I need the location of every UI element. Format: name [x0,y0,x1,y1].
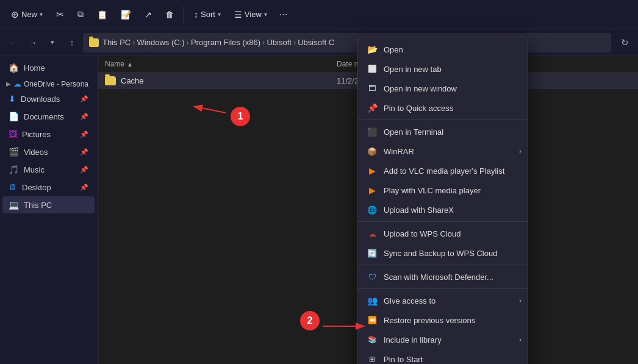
back-button[interactable]: ← [5,34,22,51]
ctx-sep-2 [358,221,528,222]
ctx-sharex-icon: 🌐 [367,204,378,215]
new-chevron: ▾ [40,11,43,18]
ctx-pin-quick[interactable]: 📌 Pin to Quick access [358,98,528,118]
file-name-label: Cache [121,76,144,85]
up-button[interactable]: ↑ [63,34,81,51]
ctx-vlc-playlist-label: Add to VLC media player's Playlist [384,166,519,176]
ctx-wps-cloud-icon: ☁ [367,228,378,239]
context-menu: 📂 Open ⬜ Open in new tab 🗔 Open in new w… [357,37,528,364]
sidebar-section-onedrive[interactable]: ▶ ☁ OneDrive - Persona [0,77,97,90]
sidebar-item-documents[interactable]: 📄 Documents 📌 [2,108,95,125]
ctx-terminal-label: Open in Terminal [384,127,519,137]
ctx-new-window-label: Open in new window [384,84,519,93]
ctx-terminal[interactable]: ⬛ Open in Terminal [358,122,528,141]
ctx-sep-1 [358,120,528,120]
ctx-sharex-label: Upload with ShareX [384,205,519,215]
paste-toolbar-button[interactable]: 📋 [91,6,113,23]
new-button[interactable]: ⊕ New ▾ [5,5,49,24]
documents-icon: 📄 [9,112,19,121]
ctx-open[interactable]: 📂 Open [358,40,528,59]
ctx-vlc-playlist[interactable]: ▶ Add to VLC media player's Playlist [358,161,528,180]
breadcrumb-folder-icon [89,38,99,47]
sidebar-thispc-label: This PC [24,201,52,210]
refresh-icon: ↻ [621,37,629,48]
ctx-give-access-arrow: › [519,296,522,305]
ctx-open-new-tab[interactable]: ⬜ Open in new tab [358,59,528,79]
sidebar-videos-label: Videos [24,148,48,157]
forward-button[interactable]: → [24,34,41,51]
view-icon: ☰ [234,10,242,20]
ctx-include-library[interactable]: 📚 Include in library › [358,330,528,349]
onedrive-icon: ☁ [13,79,21,88]
ctx-give-access-icon: 👥 [367,295,378,306]
ctx-restore-icon: ⏪ [367,315,378,326]
annotation-2: 2 [300,311,320,330]
ctx-tab-icon: ⬜ [367,63,378,74]
music-icon: 🎵 [9,165,19,174]
ctx-window-icon: 🗔 [367,83,378,94]
ctx-pin-start[interactable]: ⊞ Pin to Start [358,349,528,364]
sort-button[interactable]: ↕ Sort ▾ [188,6,227,23]
annotation-1-label: 1 [238,111,243,122]
up-icon: ↑ [70,38,74,48]
sidebar-item-thispc[interactable]: 💻 This PC [2,196,95,213]
share-toolbar-button[interactable]: ↗ [138,6,158,23]
sidebar-item-downloads[interactable]: ⬇ Downloads 📌 [2,90,95,107]
address-bar: ← → ▾ ↑ This PC › Windows (C:) › Program… [0,29,638,56]
sidebar-item-desktop[interactable]: 🖥 Desktop 📌 [2,179,95,196]
rename-toolbar-button[interactable]: 📝 [115,6,137,23]
col-name: Name ▲ [105,60,337,68]
ctx-open-icon: 📂 [367,44,378,55]
view-button[interactable]: ☰ View ▾ [228,6,273,23]
ctx-open-new-window[interactable]: 🗔 Open in new window [358,79,528,98]
dropdown-button[interactable]: ▾ [44,34,61,51]
sort-icon: ↕ [194,10,198,20]
paste-icon: 📋 [97,10,107,20]
sidebar-item-home[interactable]: 🏠 Home [2,59,95,76]
breadcrumb-thispc[interactable]: This PC [102,38,131,47]
back-icon: ← [9,38,18,48]
copy-icon: ⧉ [77,9,84,20]
ctx-wps-cloud[interactable]: ☁ Upload to WPS Cloud [358,224,528,243]
ctx-restore-versions[interactable]: ⏪ Restore previous versions [358,310,528,330]
breadcrumb-ubisoftc[interactable]: Ubsisoft C [298,38,334,47]
new-label: New [21,10,37,19]
more-button[interactable]: ··· [274,5,292,24]
ctx-vlc-play-icon: ▶ [367,185,378,196]
sidebar-documents-label: Documents [24,112,64,121]
sidebar-item-music[interactable]: 🎵 Music 📌 [2,161,95,178]
refresh-button[interactable]: ↻ [616,34,633,51]
ctx-give-access-label: Give access to [384,296,519,305]
dropdown-icon: ▾ [51,38,54,46]
sidebar-downloads-label: Downloads [21,95,60,104]
breadcrumb-programfiles[interactable]: Program Files (x86) [191,38,260,47]
ctx-sharex[interactable]: 🌐 Upload with ShareX [358,200,528,219]
ctx-winrar-icon: 📦 [367,146,378,157]
ctx-wps-sync[interactable]: 🔄 Sync and Backup to WPS Cloud [358,243,528,263]
ctx-defender[interactable]: 🛡 Scan with Microsoft Defender... [358,267,528,287]
breadcrumb[interactable]: This PC › Windows (C:) › Program Files (… [83,33,611,52]
toolbar-divider-1 [184,6,184,23]
ctx-give-access[interactable]: 👥 Give access to › [358,291,528,310]
breadcrumb-winc[interactable]: Windows (C:) [137,38,185,47]
sidebar-music-label: Music [24,165,45,174]
pin-icon-videos: 📌 [80,148,88,156]
ctx-library-arrow: › [519,335,522,344]
sidebar: 🏠 Home ▶ ☁ OneDrive - Persona ⬇ Download… [0,56,98,364]
ctx-wps-sync-label: Sync and Backup to WPS Cloud [384,249,519,258]
ctx-vlc-play[interactable]: ▶ Play with VLC media player [358,180,528,200]
sidebar-item-pictures[interactable]: 🖼 Pictures 📌 [2,126,95,143]
ctx-winrar[interactable]: 📦 WinRAR › [358,141,528,161]
pin-icon-pics: 📌 [80,130,88,138]
rename-icon: 📝 [121,10,131,20]
delete-toolbar-button[interactable]: 🗑 [159,6,180,23]
sidebar-item-videos[interactable]: 🎬 Videos 📌 [2,143,95,160]
home-icon: 🏠 [9,63,19,73]
delete-icon: 🗑 [165,10,174,20]
new-icon: ⊕ [11,9,19,20]
cut-toolbar-button[interactable]: ✂ [50,5,70,24]
copy-toolbar-button[interactable]: ⧉ [71,5,90,23]
sort-chevron: ▾ [218,11,221,18]
breadcrumb-ubisoft[interactable]: Ubisoft [267,38,291,47]
ctx-pin-start-label: Pin to Start [384,355,519,364]
